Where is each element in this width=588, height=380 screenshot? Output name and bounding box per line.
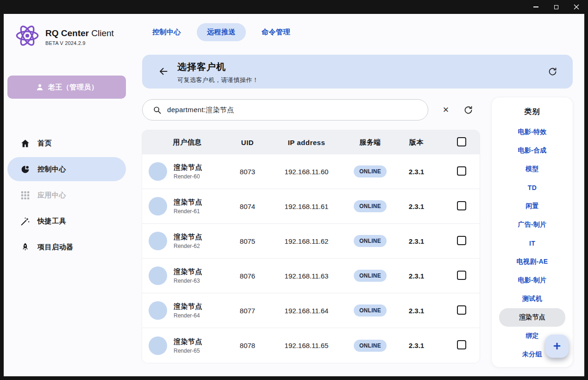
category-item[interactable]: 模型 [499,160,565,178]
app-title-light: Client [91,28,114,38]
top-tab[interactable]: 控制中心 [142,23,191,41]
row-checkbox[interactable] [457,236,466,245]
refresh-icon [463,105,473,115]
row-checkbox[interactable] [457,340,466,349]
client-uid: 8076 [232,272,263,280]
brand: RQ Center Client BETA V 2024.2.9 [14,22,114,49]
category-item[interactable]: IT [499,234,565,253]
maximize-button[interactable] [546,0,566,14]
user-text: 渲染节点 Render-62 [174,233,202,249]
client-version: 2.3.1 [390,237,443,245]
category-label: 电视剧-AE [517,258,548,266]
status-cell: ONLINE [350,340,390,352]
category-label: 广告-制片 [518,221,546,229]
client-hostname: Render-62 [174,243,202,249]
client-uid: 8073 [232,168,263,176]
avatar [149,232,167,250]
add-category-button[interactable]: + [545,335,569,358]
current-user-badge[interactable]: 老王（管理员） [7,76,126,99]
refresh-icon [548,67,557,76]
sidebar-item-app-center[interactable]: 应用中心 [7,183,126,207]
category-label: 电影-特效 [518,128,546,136]
category-label: 渲染节点 [519,313,545,322]
user-text: 渲染节点 Render-63 [174,267,202,284]
search-clear-button[interactable]: × [438,102,453,117]
user-info-cell: 渲染节点 Render-62 [142,232,232,250]
client-hostname: Render-64 [174,312,202,319]
category-item[interactable]: 电视剧-AE [499,253,565,271]
table-row: 渲染节点 Render-64 8077 192.168.11.64 ONLINE… [142,293,480,328]
category-item[interactable]: TD [499,178,565,197]
category-item[interactable]: 测试机 [499,290,565,308]
top-tab[interactable]: 命令管理 [251,23,300,41]
row-checkbox[interactable] [457,166,466,176]
category-item[interactable]: 电影-合成 [499,141,565,160]
select-all-checkbox[interactable] [457,137,466,146]
category-label: 测试机 [522,295,542,303]
row-checkbox[interactable] [457,305,466,315]
sidebar-item-label: 项目启动器 [38,243,74,252]
status-badge: ONLINE [354,270,387,282]
main-content: 控制中心 远程推送 命令管理 选择客户机 可复选客户机，请谨慎操作！ × [130,14,584,376]
home-icon [20,139,30,148]
page-subtitle: 可复选客户机，请谨慎操作！ [177,76,259,84]
category-item[interactable]: 渲染节点 [499,308,565,327]
client-hostname: Render-63 [174,278,202,284]
search-icon [153,106,162,114]
category-item[interactable]: 广告-制片 [499,215,565,234]
client-ip: 192.168.11.62 [263,237,350,245]
control-center-icon [20,165,30,174]
sidebar-item-home[interactable]: 首页 [7,131,126,155]
table-row: 渲染节点 Render-60 8073 192.168.11.60 ONLINE… [142,154,480,189]
search-refresh-button[interactable] [461,102,475,117]
category-label: 电影-制片 [518,276,546,285]
avatar [149,197,167,215]
app-surface: RQ Center Client BETA V 2024.2.9 老王（管理员）… [4,14,584,376]
back-button[interactable] [155,63,172,80]
category-label: 模型 [525,165,539,173]
column-header-version: 版本 [390,138,443,147]
user-text: 渲染节点 Render-61 [174,198,202,215]
status-badge: ONLINE [354,165,387,177]
user-info-cell: 渲染节点 Render-61 [142,197,232,215]
search-input[interactable] [167,106,408,114]
header-refresh-button[interactable] [545,64,560,79]
user-icon [35,82,44,92]
sidebar-item-quick-tools[interactable]: 快捷工具 [7,209,126,233]
status-cell: ONLINE [350,304,390,317]
table-row: 渲染节点 Render-62 8075 192.168.11.62 ONLINE… [142,224,480,259]
table-body: 渲染节点 Render-60 8073 192.168.11.60 ONLINE… [142,154,480,363]
sidebar-item-project-launcher[interactable]: 项目启动器 [7,235,126,259]
user-info-cell: 渲染节点 Render-63 [142,266,232,285]
sidebar: RQ Center Client BETA V 2024.2.9 老王（管理员）… [4,14,130,376]
user-text: 渲染节点 Render-60 [174,163,202,180]
brand-text: RQ Center Client BETA V 2024.2.9 [45,22,114,46]
category-item[interactable]: 闲置 [499,197,565,215]
search-bar [142,99,428,120]
category-label: 未分组 [522,350,542,359]
select-cell [443,201,480,212]
back-arrow-icon [158,66,169,77]
category-panel-title: 类别 [492,105,573,119]
user-info-cell: 渲染节点 Render-64 [142,301,232,320]
tab-label: 命令管理 [262,28,290,36]
client-uid: 8078 [232,342,263,349]
row-checkbox[interactable] [457,271,466,280]
close-button[interactable] [566,0,587,14]
panel-header-text: 选择客户机 可复选客户机，请谨慎操作！ [177,61,259,84]
client-version: 2.3.1 [390,168,443,176]
sidebar-item-control-center[interactable]: 控制中心 [7,157,126,181]
user-text: 渲染节点 Render-65 [174,337,202,354]
minimize-button[interactable] [525,0,546,14]
avatar [149,266,167,285]
category-item[interactable]: 电影-制片 [499,271,565,290]
rocket-icon [20,242,30,252]
status-cell: ONLINE [350,165,390,177]
top-tab[interactable]: 远程推送 [197,23,246,41]
row-checkbox[interactable] [457,201,466,210]
panel-header: 选择客户机 可复选客户机，请谨慎操作！ [142,55,573,89]
column-header-select [443,137,480,148]
apps-grid-icon [20,190,30,200]
category-item[interactable]: 电影-特效 [499,123,565,141]
client-name: 渲染节点 [174,337,202,346]
